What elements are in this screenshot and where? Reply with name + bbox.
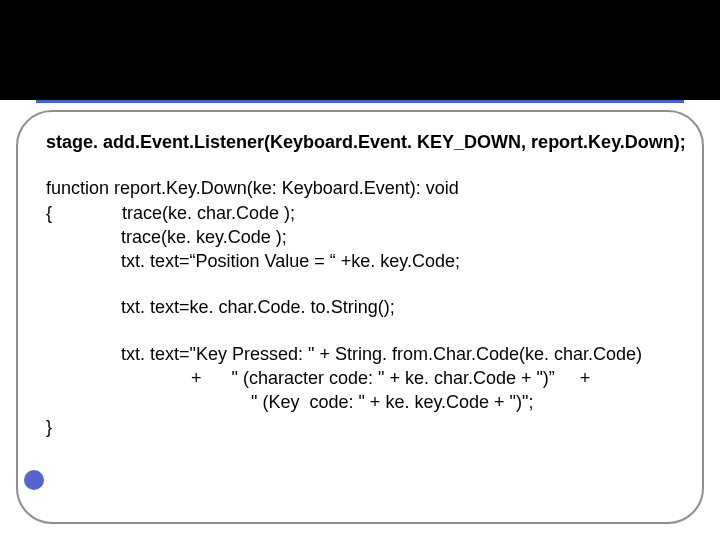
content-box: stage. add.Event.Listener(Keyboard.Event… <box>16 110 704 524</box>
spacer <box>46 320 674 342</box>
code-line-1: stage. add.Event.Listener(Keyboard.Event… <box>46 130 674 154</box>
code-line-9: " (Key code: " + ke. key.Code + ")"; <box>46 390 674 414</box>
slide: stage. add.Event.Listener(Keyboard.Event… <box>0 0 720 540</box>
code-line-6: txt. text=ke. char.Code. to.String(); <box>46 295 674 319</box>
code-line-8: + " (character code: " + ke. char.Code +… <box>46 366 674 390</box>
title-underline <box>36 100 684 103</box>
code-line-4: trace(ke. key.Code ); <box>46 225 674 249</box>
code-line-7: txt. text="Key Pressed: " + String. from… <box>46 342 674 366</box>
bullet-dot-icon <box>24 470 44 490</box>
title-band <box>0 0 720 100</box>
code-line-5: txt. text=“Position Value = “ +ke. key.C… <box>46 249 674 273</box>
spacer <box>46 154 674 176</box>
code-line-10: } <box>46 415 674 439</box>
code-line-3: { trace(ke. char.Code ); <box>46 201 674 225</box>
code-line-2: function report.Key.Down(ke: Keyboard.Ev… <box>46 176 674 200</box>
spacer <box>46 273 674 295</box>
